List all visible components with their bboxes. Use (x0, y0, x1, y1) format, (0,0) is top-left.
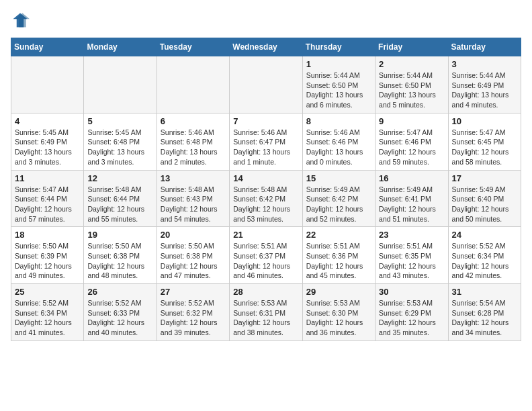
calendar-cell: 23Sunrise: 5:51 AM Sunset: 6:35 PM Dayli… (375, 227, 448, 284)
day-info: Sunrise: 5:47 AM Sunset: 6:45 PM Dayligh… (452, 128, 517, 167)
calendar-cell: 8Sunrise: 5:46 AM Sunset: 6:46 PM Daylig… (302, 113, 375, 170)
calendar-cell: 21Sunrise: 5:51 AM Sunset: 6:37 PM Dayli… (230, 227, 302, 284)
logo-icon (11, 11, 30, 30)
day-info: Sunrise: 5:49 AM Sunset: 6:41 PM Dayligh… (379, 185, 444, 224)
day-info: Sunrise: 5:49 AM Sunset: 6:42 PM Dayligh… (306, 185, 371, 224)
calendar-cell: 1Sunrise: 5:44 AM Sunset: 6:50 PM Daylig… (302, 56, 375, 113)
day-number: 18 (15, 230, 80, 240)
calendar-cell: 10Sunrise: 5:47 AM Sunset: 6:45 PM Dayli… (448, 113, 521, 170)
day-info: Sunrise: 5:50 AM Sunset: 6:39 PM Dayligh… (15, 241, 80, 281)
calendar-cell: 6Sunrise: 5:46 AM Sunset: 6:48 PM Daylig… (157, 113, 229, 170)
calendar-cell: 5Sunrise: 5:45 AM Sunset: 6:48 PM Daylig… (84, 113, 157, 170)
day-header-thursday: Thursday (302, 38, 375, 56)
day-info: Sunrise: 5:48 AM Sunset: 6:44 PM Dayligh… (87, 185, 152, 224)
day-info: Sunrise: 5:48 AM Sunset: 6:42 PM Dayligh… (233, 185, 298, 224)
day-number: 24 (452, 230, 517, 240)
day-number: 26 (87, 287, 152, 297)
calendar-cell: 27Sunrise: 5:52 AM Sunset: 6:32 PM Dayli… (157, 284, 229, 341)
calendar-cell (84, 56, 157, 113)
day-info: Sunrise: 5:52 AM Sunset: 6:34 PM Dayligh… (452, 241, 517, 281)
calendar-cell: 12Sunrise: 5:48 AM Sunset: 6:44 PM Dayli… (84, 170, 157, 227)
day-info: Sunrise: 5:53 AM Sunset: 6:31 PM Dayligh… (233, 298, 298, 338)
day-number: 16 (379, 173, 444, 183)
page-header (11, 11, 521, 30)
day-info: Sunrise: 5:46 AM Sunset: 6:47 PM Dayligh… (233, 128, 298, 167)
day-number: 3 (452, 59, 517, 69)
calendar-cell (11, 56, 84, 113)
calendar-cell: 22Sunrise: 5:51 AM Sunset: 6:36 PM Dayli… (302, 227, 375, 284)
day-info: Sunrise: 5:48 AM Sunset: 6:43 PM Dayligh… (161, 185, 226, 224)
day-header-sunday: Sunday (11, 38, 84, 56)
calendar-cell: 24Sunrise: 5:52 AM Sunset: 6:34 PM Dayli… (448, 227, 521, 284)
day-info: Sunrise: 5:49 AM Sunset: 6:40 PM Dayligh… (452, 185, 517, 224)
calendar-cell: 29Sunrise: 5:53 AM Sunset: 6:30 PM Dayli… (302, 284, 375, 341)
day-number: 30 (379, 287, 444, 297)
day-number: 1 (306, 59, 371, 69)
day-number: 5 (87, 116, 152, 126)
calendar-cell: 18Sunrise: 5:50 AM Sunset: 6:39 PM Dayli… (11, 227, 84, 284)
calendar-cell: 31Sunrise: 5:54 AM Sunset: 6:28 PM Dayli… (448, 284, 521, 341)
calendar-cell: 9Sunrise: 5:47 AM Sunset: 6:46 PM Daylig… (375, 113, 448, 170)
calendar-cell: 20Sunrise: 5:50 AM Sunset: 6:38 PM Dayli… (157, 227, 229, 284)
day-number: 25 (15, 287, 80, 297)
calendar-cell: 7Sunrise: 5:46 AM Sunset: 6:47 PM Daylig… (230, 113, 302, 170)
day-number: 29 (306, 287, 371, 297)
day-info: Sunrise: 5:45 AM Sunset: 6:48 PM Dayligh… (87, 128, 152, 167)
day-number: 31 (452, 287, 517, 297)
calendar-table: SundayMondayTuesdayWednesdayThursdayFrid… (11, 38, 521, 341)
day-header-wednesday: Wednesday (230, 38, 302, 56)
calendar-cell: 26Sunrise: 5:52 AM Sunset: 6:33 PM Dayli… (84, 284, 157, 341)
day-number: 14 (233, 173, 298, 183)
day-info: Sunrise: 5:50 AM Sunset: 6:38 PM Dayligh… (87, 241, 152, 281)
day-number: 22 (306, 230, 371, 240)
calendar-cell: 2Sunrise: 5:44 AM Sunset: 6:50 PM Daylig… (375, 56, 448, 113)
day-info: Sunrise: 5:52 AM Sunset: 6:32 PM Dayligh… (161, 298, 226, 338)
calendar-cell (230, 56, 302, 113)
day-info: Sunrise: 5:44 AM Sunset: 6:50 PM Dayligh… (306, 71, 371, 110)
day-number: 2 (379, 59, 444, 69)
calendar-cell: 17Sunrise: 5:49 AM Sunset: 6:40 PM Dayli… (448, 170, 521, 227)
calendar-cell (157, 56, 229, 113)
day-header-tuesday: Tuesday (157, 38, 229, 56)
day-number: 4 (15, 116, 80, 126)
day-number: 21 (233, 230, 298, 240)
day-info: Sunrise: 5:45 AM Sunset: 6:49 PM Dayligh… (15, 128, 80, 167)
logo (11, 11, 32, 30)
day-number: 23 (379, 230, 444, 240)
day-info: Sunrise: 5:46 AM Sunset: 6:48 PM Dayligh… (161, 128, 226, 167)
day-header-friday: Friday (375, 38, 448, 56)
day-number: 8 (306, 116, 371, 126)
day-number: 13 (161, 173, 226, 183)
day-number: 11 (15, 173, 80, 183)
day-number: 12 (87, 173, 152, 183)
calendar-cell: 30Sunrise: 5:53 AM Sunset: 6:29 PM Dayli… (375, 284, 448, 341)
calendar-cell: 4Sunrise: 5:45 AM Sunset: 6:49 PM Daylig… (11, 113, 84, 170)
day-info: Sunrise: 5:54 AM Sunset: 6:28 PM Dayligh… (452, 298, 517, 338)
day-number: 20 (161, 230, 226, 240)
day-header-saturday: Saturday (448, 38, 521, 56)
calendar-cell: 28Sunrise: 5:53 AM Sunset: 6:31 PM Dayli… (230, 284, 302, 341)
day-number: 15 (306, 173, 371, 183)
day-info: Sunrise: 5:46 AM Sunset: 6:46 PM Dayligh… (306, 128, 371, 167)
day-info: Sunrise: 5:44 AM Sunset: 6:49 PM Dayligh… (452, 71, 517, 110)
day-info: Sunrise: 5:47 AM Sunset: 6:46 PM Dayligh… (379, 128, 444, 167)
day-number: 19 (87, 230, 152, 240)
day-number: 27 (161, 287, 226, 297)
calendar-cell: 11Sunrise: 5:47 AM Sunset: 6:44 PM Dayli… (11, 170, 84, 227)
day-info: Sunrise: 5:51 AM Sunset: 6:37 PM Dayligh… (233, 241, 298, 281)
day-number: 17 (452, 173, 517, 183)
day-info: Sunrise: 5:53 AM Sunset: 6:29 PM Dayligh… (379, 298, 444, 338)
day-number: 7 (233, 116, 298, 126)
calendar-cell: 14Sunrise: 5:48 AM Sunset: 6:42 PM Dayli… (230, 170, 302, 227)
day-number: 28 (233, 287, 298, 297)
day-info: Sunrise: 5:51 AM Sunset: 6:36 PM Dayligh… (306, 241, 371, 281)
calendar-cell: 16Sunrise: 5:49 AM Sunset: 6:41 PM Dayli… (375, 170, 448, 227)
day-info: Sunrise: 5:44 AM Sunset: 6:50 PM Dayligh… (379, 71, 444, 110)
day-header-monday: Monday (84, 38, 157, 56)
day-info: Sunrise: 5:52 AM Sunset: 6:33 PM Dayligh… (87, 298, 152, 338)
calendar-cell: 13Sunrise: 5:48 AM Sunset: 6:43 PM Dayli… (157, 170, 229, 227)
day-info: Sunrise: 5:51 AM Sunset: 6:35 PM Dayligh… (379, 241, 444, 281)
day-info: Sunrise: 5:52 AM Sunset: 6:34 PM Dayligh… (15, 298, 80, 338)
calendar-cell: 3Sunrise: 5:44 AM Sunset: 6:49 PM Daylig… (448, 56, 521, 113)
day-number: 10 (452, 116, 517, 126)
